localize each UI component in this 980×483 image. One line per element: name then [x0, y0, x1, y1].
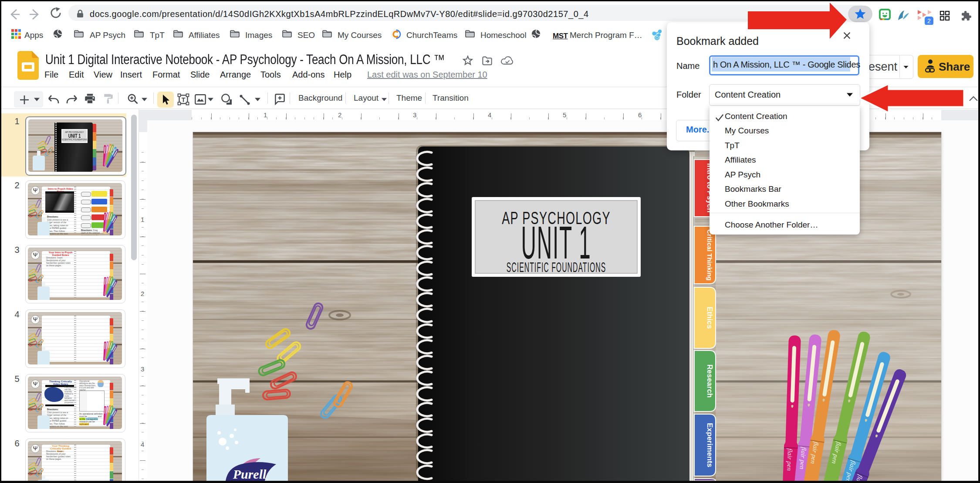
svg-text:Experiments: Experiments — [706, 423, 714, 467]
svg-text:SCIENTIFIC FOUNDATIONS: SCIENTIFIC FOUNDATIONS — [507, 260, 606, 275]
svg-text:Ethics: Ethics — [706, 306, 714, 329]
svg-text:Purell: Purell — [233, 467, 267, 481]
svg-text:Research: Research — [706, 364, 714, 398]
svg-text:Critical Thinking: Critical Thinking — [706, 229, 713, 281]
svg-text:T: T — [182, 96, 186, 103]
svg-text:2: 2 — [927, 17, 931, 24]
